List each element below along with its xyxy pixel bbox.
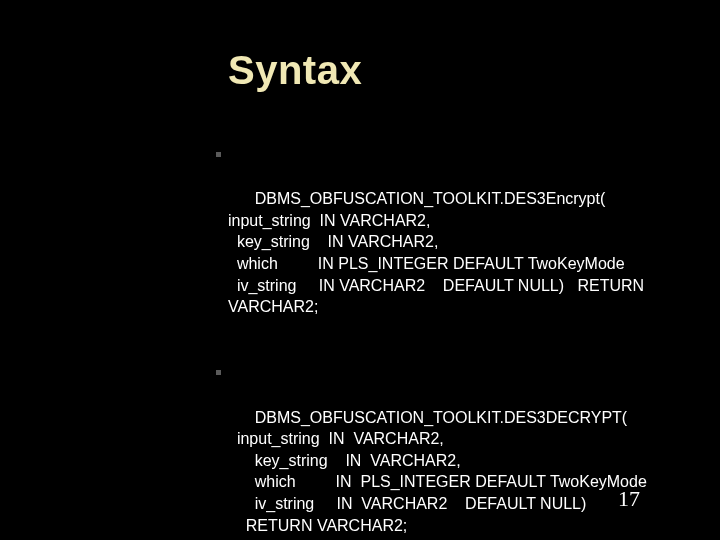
list-item-text: DBMS_OBFUSCATION_TOOLKIT.DES3DECRYPT( in…: [228, 409, 647, 534]
slide: Syntax DBMS_OBFUSCATION_TOOLKIT.DES3Encr…: [0, 0, 720, 540]
list-item: DBMS_OBFUSCATION_TOOLKIT.DES3Encrypt( in…: [228, 145, 668, 339]
page-number: 17: [618, 486, 640, 512]
slide-body: DBMS_OBFUSCATION_TOOLKIT.DES3Encrypt( in…: [228, 145, 668, 540]
list-item: DBMS_OBFUSCATION_TOOLKIT.DES3DECRYPT( in…: [228, 363, 668, 540]
bullet-icon: [216, 152, 221, 157]
bullet-icon: [216, 370, 221, 375]
slide-title: Syntax: [228, 48, 362, 93]
list-item-text: DBMS_OBFUSCATION_TOOLKIT.DES3Encrypt( in…: [228, 190, 644, 315]
